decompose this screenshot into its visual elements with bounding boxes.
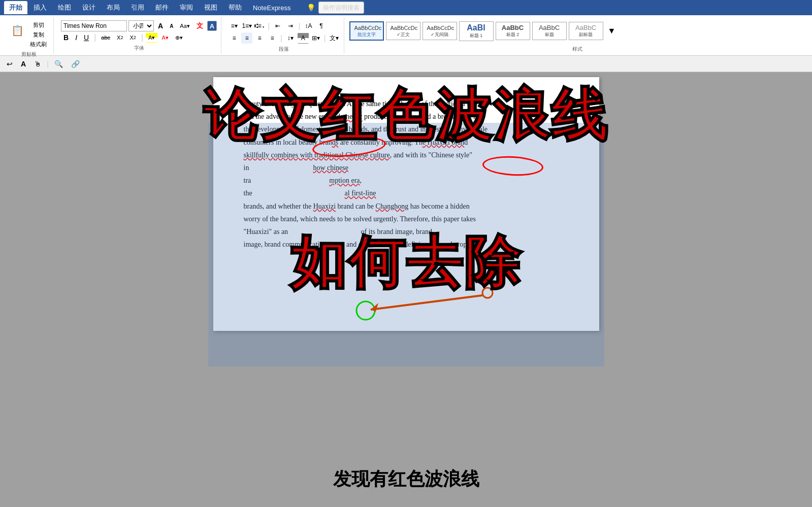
h2-sublabel: 标题 2 — [500, 31, 526, 38]
style-normal-label: AaBbCcDc — [391, 25, 418, 31]
subscript-btn[interactable]: X2 — [114, 32, 125, 43]
menu-bar: 开始 插入 绘图 设计 布局 引用 邮件 审阅 视图 帮助 NoteExpres… — [0, 0, 812, 15]
paste-btn[interactable]: 📋 — [8, 20, 26, 41]
wavy-text-10: Huaxizi — [313, 202, 336, 210]
menu-tab-help[interactable]: 帮助 — [223, 1, 247, 14]
strikethrough-btn[interactable]: abc — [99, 32, 113, 43]
font-case-btn[interactable]: Aa▾ — [177, 21, 192, 31]
para-4: consumers in local beauty brands are con… — [244, 136, 569, 149]
sort-btn[interactable]: ↕A — [303, 20, 314, 31]
font-group: 小四 四号 小三 A A Aa▾ 文 A B I U | abc X2 X2 | — [57, 17, 221, 53]
cut-btn[interactable]: 剪切 — [27, 20, 49, 29]
line-spacing-btn[interactable]: ↕▾ — [285, 32, 296, 44]
divider5: | — [280, 34, 282, 42]
small-bottom-text: 发现有红色波浪线 — [0, 467, 812, 492]
para-3: the development of domestic makup brands… — [244, 123, 569, 136]
menu-tab-start[interactable]: 开始 — [4, 1, 27, 14]
link-btn[interactable]: 🔗 — [69, 59, 82, 69]
clear-format-btn[interactable]: 文 — [194, 21, 206, 31]
align-left-btn[interactable]: ≡ — [229, 32, 240, 44]
paragraph-group: ≡▾ 1≡▾ ⑆≡▾ | ⇤ ⇥ | ↕A ¶ ≡ ≡ ≡ ≡ | ↕▾ A ⊞… — [224, 17, 344, 53]
font-size-select[interactable]: 小四 四号 小三 — [128, 20, 154, 31]
menu-tab-view[interactable]: 视图 — [199, 1, 222, 14]
menu-tab-draw[interactable]: 绘图 — [53, 1, 76, 14]
style-title[interactable]: AaBbC 标题 — [532, 22, 567, 40]
cursor-btn[interactable]: 🖱 — [31, 59, 44, 69]
font-color-btn[interactable]: A▾ — [159, 32, 171, 43]
bold-btn[interactable]: B — [61, 32, 71, 43]
style-h2[interactable]: AaBbC 标题 2 — [496, 22, 530, 40]
multilevel-list-btn[interactable]: ⑆≡▾ — [254, 20, 265, 31]
zoom-btn[interactable]: 🔍 — [52, 59, 66, 69]
menu-tab-insert[interactable]: 插入 — [28, 1, 52, 14]
para-section-label: 段落 — [279, 46, 289, 53]
menu-tab-layout[interactable]: 布局 — [102, 1, 125, 14]
justify-btn[interactable]: ≡ — [267, 32, 278, 44]
title-sublabel: 标题 — [537, 31, 562, 38]
font-shrink-btn[interactable]: A — [167, 21, 176, 31]
numbered-list-btn[interactable]: 1≡▾ — [241, 20, 252, 31]
para-7: tra mption era, — [244, 174, 569, 187]
border-btn[interactable]: ⊞▾ — [310, 32, 321, 44]
chinese-layout-btn[interactable]: 文▾ — [329, 32, 340, 44]
search-label: 操作说明搜索 — [323, 4, 360, 12]
menu-tab-design[interactable]: 设计 — [77, 1, 101, 14]
wavy-text-8: mption era — [329, 177, 360, 184]
superscript-btn[interactable]: X2 — [127, 32, 138, 43]
decrease-indent-btn[interactable]: ⇤ — [272, 20, 283, 31]
copy-btn[interactable]: 复制 — [27, 30, 49, 39]
nospace-sublabel: ✓无间隔 — [427, 31, 452, 38]
para-1: beauty and beauty has quietly risen. At … — [244, 97, 569, 110]
shading-btn[interactable]: A — [298, 32, 309, 44]
bullet-list-btn[interactable]: ≡▾ — [229, 20, 240, 31]
divider2: | — [141, 33, 143, 42]
h1-sublabel: 标题 1 — [464, 32, 489, 39]
align-right-btn[interactable]: ≡ — [254, 32, 265, 44]
style-title-label: AaBbC — [539, 24, 560, 31]
svg-point-3 — [482, 288, 493, 298]
style-annotation[interactable]: AaBbCcDc 批注文字 — [349, 21, 384, 41]
style-annotation-label: AaBbCcDc — [354, 25, 382, 31]
search-bar[interactable]: 操作说明搜索 — [318, 2, 364, 14]
show-marks-btn[interactable]: ¶ — [316, 20, 327, 31]
svg-line-1 — [371, 295, 482, 310]
wavy-text-9: al first-line — [345, 189, 376, 197]
styles-group: AaBbCcDc 批注文字 AaBbCcDc ✓正文 AaBbCcDc ✓无间隔… — [347, 17, 808, 53]
menu-tab-review[interactable]: 审阅 — [175, 1, 198, 14]
highlight-btn[interactable]: A▾ — [146, 32, 157, 43]
clipboard-buttons: 📋 剪切 复制 格式刷 — [8, 18, 49, 49]
menu-tab-mail[interactable]: 邮件 — [150, 1, 174, 14]
italic-btn[interactable]: I — [73, 32, 80, 43]
document-area: beauty and beauty has quietly risen. At … — [0, 72, 812, 507]
svg-marker-2 — [371, 303, 378, 312]
toolbar2: ↩ A 🖱 | 🔍 🔗 — [0, 56, 812, 72]
para-12: image, brand communication status and co… — [244, 238, 569, 251]
font-controls: 小四 四号 小三 A A Aa▾ 文 A B I U | abc X2 X2 | — [61, 18, 217, 43]
lightbulb-icon: 💡 — [307, 4, 315, 12]
text-effect-btn[interactable]: A — [207, 21, 217, 31]
style-normal[interactable]: AaBbCcDc ✓正文 — [386, 22, 420, 40]
style-nospace[interactable]: AaBbCcDc ✓无间隔 — [423, 22, 457, 40]
clipboard-group: 📋 剪切 复制 格式刷 剪贴板 — [4, 17, 54, 53]
para-11: "Huaxizi" as an of its brand image, bran… — [244, 225, 569, 238]
format-brush-btn[interactable]: 格式刷 — [27, 40, 49, 49]
font-name-input[interactable] — [61, 20, 127, 31]
t2-divider: | — [47, 60, 49, 68]
align-center-btn[interactable]: ≡ — [241, 32, 252, 44]
style-h1[interactable]: AaBl 标题 1 — [459, 21, 494, 41]
text-nav-btn[interactable]: A — [18, 59, 28, 69]
underline-btn[interactable]: U — [81, 32, 91, 43]
style-nospace-label: AaBbCcDc — [427, 25, 454, 31]
document-text[interactable]: beauty and beauty has quietly risen. At … — [244, 97, 569, 251]
wavy-text-11: Changhong — [376, 202, 409, 210]
menu-tab-ref[interactable]: 引用 — [126, 1, 149, 14]
style-subtitle[interactable]: AaBbC 副标题 — [569, 22, 603, 40]
clipboard-label: 剪贴板 — [21, 51, 37, 58]
font-grow-btn[interactable]: A — [155, 21, 166, 31]
text-bg-btn[interactable]: ⊕▾ — [173, 32, 185, 43]
menu-tab-noteexpress[interactable]: NoteExpress — [248, 2, 296, 14]
styles-more-btn[interactable]: ▼ — [605, 18, 619, 44]
undo-btn[interactable]: ↩ — [4, 59, 15, 69]
wavy-text-5: e Huaxizi bran — [423, 139, 464, 146]
increase-indent-btn[interactable]: ⇥ — [285, 20, 296, 31]
